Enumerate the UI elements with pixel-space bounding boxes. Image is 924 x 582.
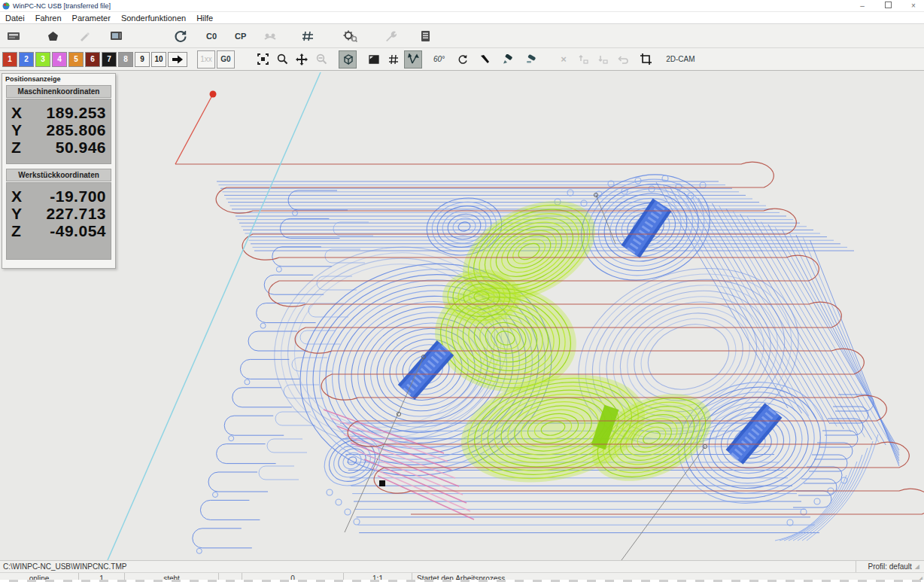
work-x-label: X	[11, 187, 22, 205]
work-y-label: Y	[11, 205, 22, 222]
zoom-fit-icon[interactable]	[254, 50, 272, 69]
status-message: Startet den Arbeitsprozess	[412, 573, 915, 580]
machine-y-label: Y	[11, 121, 22, 139]
crop-area-icon[interactable]	[637, 50, 655, 69]
machine-y-value: 285.806	[47, 121, 106, 139]
view-3d-icon[interactable]	[339, 50, 357, 69]
work-y-value: 227.713	[47, 205, 106, 222]
axes-grid-icon[interactable]	[299, 28, 317, 44]
layer-button-7[interactable]: 7	[102, 52, 117, 67]
move-cp-button[interactable]: CP	[235, 32, 246, 41]
menu-hilfe[interactable]: Hilfe	[191, 14, 218, 23]
file-path: C:\WINPC-NC_USB\WINPCNC.TMP	[0, 562, 856, 571]
machine-icon[interactable]	[107, 28, 125, 44]
menu-datei[interactable]: Datei	[0, 14, 30, 23]
title-bar: WinPC-NC USB [transferred file] – ×	[0, 0, 924, 12]
add-tool-down-icon	[594, 50, 612, 69]
finish-area-green	[427, 180, 725, 498]
machine-x-label: X	[11, 104, 22, 121]
minimize-button[interactable]: –	[858, 2, 867, 10]
machine-z-label: Z	[11, 139, 21, 156]
fill-view-icon[interactable]	[365, 50, 383, 69]
main-toolbar: C0 CP	[0, 24, 924, 48]
work-coords-box: X-19.700 Y227.713 Z-49.054	[6, 182, 111, 260]
undo-icon	[613, 50, 631, 69]
menu-bar: DateiFahrenParameterSonderfunktionenHilf…	[0, 12, 924, 24]
window-title: WinPC-NC USB [transferred file]	[13, 2, 111, 10]
grid-icon[interactable]	[384, 50, 403, 69]
layer-button-3[interactable]: 3	[35, 52, 50, 67]
wrench-icon	[381, 28, 400, 44]
g0-button[interactable]: G0	[217, 50, 235, 69]
layer-color-buttons: 12345678910	[2, 52, 167, 67]
layer-button-8[interactable]: 8	[118, 52, 133, 67]
status-cell-4: 0	[242, 573, 344, 580]
toolpath-drawing	[0, 71, 924, 560]
marker-pen-icon[interactable]	[499, 50, 517, 69]
reset-icon[interactable]	[172, 28, 190, 44]
layer-button-1[interactable]: 1	[2, 52, 17, 67]
layer-button-9[interactable]: 9	[135, 52, 150, 67]
zoom-out-icon	[312, 50, 330, 69]
status-cell-3	[219, 573, 242, 580]
status-bar-file: C:\WINPC-NC_USB\WINPCNC.TMP Profil: defa…	[0, 560, 924, 572]
maximize-button[interactable]	[883, 2, 892, 10]
position-panel-title: Positionsanzeige	[2, 74, 115, 84]
zoom-in-icon[interactable]	[273, 50, 291, 69]
app-icon	[2, 2, 10, 10]
measure-pen-icon[interactable]	[476, 50, 494, 69]
resize-grip: ◢	[915, 563, 919, 570]
work-x-value: -19.700	[50, 187, 106, 205]
work-coords-header: Werkstückkoordinaten	[6, 169, 111, 181]
position-panel: Positionsanzeige Maschinenkoordinaten X1…	[2, 73, 116, 269]
axis-line	[108, 72, 321, 560]
toolpath-canvas[interactable]: Positionsanzeige Maschinenkoordinaten X1…	[0, 71, 924, 560]
rotate-view-icon[interactable]	[454, 50, 472, 69]
layer-button-6[interactable]: 6	[85, 52, 100, 67]
show-axes-icon[interactable]	[404, 50, 422, 69]
layer-button-10[interactable]: 10	[151, 52, 166, 67]
profile-indicator[interactable]: Profil: default◢	[856, 561, 924, 572]
run-arrow-button[interactable]	[168, 52, 187, 67]
resize-grip-2: ◢	[918, 575, 922, 580]
start-job-icon[interactable]	[44, 28, 62, 44]
tool-settings-icon[interactable]	[341, 28, 359, 44]
delete-selection-icon: ×	[555, 50, 573, 69]
status-cell-2: steht	[125, 573, 219, 580]
menu-fahren[interactable]: Fahren	[30, 14, 67, 23]
report-icon[interactable]	[416, 28, 434, 44]
status-cell-0: online	[0, 573, 79, 580]
move-c0-button[interactable]: C0	[206, 32, 217, 41]
pan-icon[interactable]	[293, 50, 311, 69]
jog-pen-icon	[75, 28, 93, 44]
close-button[interactable]: ×	[909, 2, 918, 10]
layer-button-5[interactable]: 5	[68, 52, 84, 67]
menu-sonderfunktionen[interactable]: Sonderfunktionen	[116, 14, 191, 23]
app-window: WinPC-NC USB [transferred file] – × Date…	[0, 0, 924, 580]
joystick-icon	[261, 28, 279, 44]
rapid-move	[175, 91, 217, 165]
layer-button-4[interactable]: 4	[52, 52, 67, 67]
work-z-value: -49.054	[50, 222, 106, 239]
machine-x-value: 189.253	[47, 104, 106, 121]
status-cell-5: 1:1	[344, 573, 412, 580]
menu-parameter[interactable]: Parameter	[67, 14, 116, 23]
maximize-icon	[885, 2, 892, 8]
machine-coords-header: Maschinenkoordinaten	[6, 85, 111, 98]
angle-indicator: 60°	[433, 55, 445, 63]
status-cell-1: 1	[79, 573, 125, 580]
work-z-label: Z	[11, 222, 21, 239]
open-file-icon[interactable]	[5, 28, 23, 44]
layer-button-2[interactable]: 2	[19, 52, 34, 67]
machine-coords-box: X189.253 Y285.806 Z50.946	[6, 99, 111, 164]
view-toolbar: 12345678910 1xx G0 60°	[0, 48, 924, 71]
status-bar-state: online1steht01:1Startet den Arbeitsproze…	[0, 572, 924, 580]
machine-z-value: 50.946	[56, 139, 106, 156]
fast-100-button: 1xx	[197, 50, 215, 69]
add-tool-up-icon	[574, 50, 592, 69]
cam-mode-label: 2D-CAM	[666, 55, 695, 63]
eraser-icon[interactable]	[522, 50, 540, 69]
